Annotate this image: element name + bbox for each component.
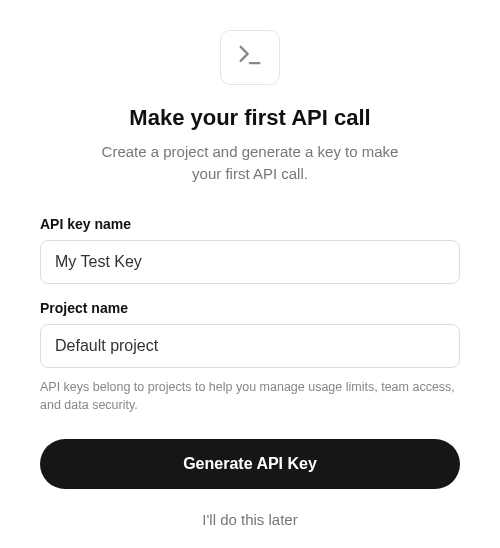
api-key-name-label: API key name [40, 216, 460, 232]
page-title: Make your first API call [129, 105, 370, 131]
project-name-group: Project name [40, 300, 460, 368]
project-name-label: Project name [40, 300, 460, 316]
helper-text: API keys belong to projects to help you … [40, 378, 460, 416]
generate-api-key-button[interactable]: Generate API Key [40, 439, 460, 489]
page-subtitle: Create a project and generate a key to m… [100, 141, 400, 186]
project-name-input[interactable] [40, 324, 460, 368]
api-key-name-input[interactable] [40, 240, 460, 284]
do-this-later-link[interactable]: I'll do this later [202, 511, 297, 528]
terminal-icon-box [220, 30, 280, 85]
terminal-icon [236, 41, 264, 73]
api-key-name-group: API key name [40, 216, 460, 284]
